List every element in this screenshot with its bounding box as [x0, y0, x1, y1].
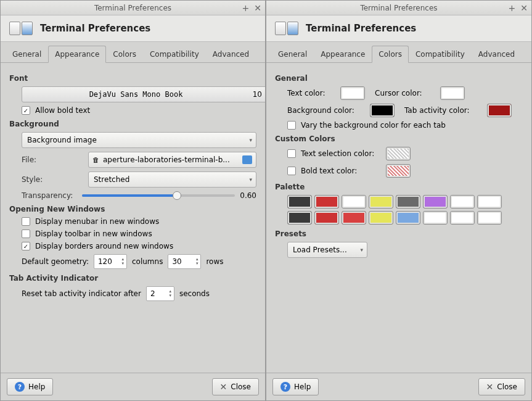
tab-compatibility[interactable]: Compatibility [143, 46, 206, 62]
reset-seconds-spin[interactable]: 2 [146, 286, 174, 301]
close-button[interactable]: ✕ Close [478, 378, 525, 395]
allow-bold-checkbox[interactable] [22, 106, 30, 115]
maximize-icon[interactable]: + [242, 4, 250, 12]
terminal-prefs-icon [9, 22, 33, 35]
load-presets-combo[interactable]: Load Presets... [287, 242, 367, 258]
palette-swatch-4[interactable] [396, 195, 420, 209]
tab-advanced[interactable]: Advanced [472, 46, 522, 62]
palette-swatch-7[interactable] [477, 195, 502, 209]
reset-label-pre: Reset tab activity indicator after [22, 289, 141, 298]
palette-swatch-9[interactable] [314, 211, 339, 225]
bold-text-swatch[interactable] [386, 164, 411, 178]
close-window-icon[interactable]: ✕ [520, 4, 528, 12]
palette-swatch-2[interactable] [342, 195, 366, 209]
presets-section-title: Presets [275, 229, 523, 238]
font-name: DejaVu Sans Mono Book [28, 90, 243, 99]
text-color-swatch[interactable] [340, 86, 365, 100]
toolbar-label: Display toolbar in new windows [35, 229, 152, 238]
cursor-color-swatch[interactable] [440, 86, 465, 100]
bold-text-checkbox[interactable] [287, 167, 296, 175]
transparency-label: Transparency: [22, 191, 77, 200]
menubar-label: Display menubar in new windows [35, 217, 159, 226]
palette-swatch-6[interactable] [450, 195, 475, 209]
tabs: General Appearance Colors Compatibility … [1, 46, 265, 63]
close-window-icon[interactable]: ✕ [254, 4, 261, 12]
close-button[interactable]: ✕ Close [212, 378, 259, 395]
palette-swatch-14[interactable] [450, 211, 475, 225]
columns-spin[interactable]: 120 [94, 254, 127, 269]
footer: ? Help ✕ Close [1, 373, 265, 400]
close-icon: ✕ [486, 382, 494, 392]
tab-appearance[interactable]: Appearance [48, 46, 106, 63]
background-section-title: Background [9, 120, 256, 128]
preferences-window-colors: Terminal Preferences + ✕ Terminal Prefer… [266, 0, 532, 401]
titlebar[interactable]: Terminal Preferences + ✕ [1, 1, 265, 15]
tab-colors[interactable]: Colors [372, 46, 409, 63]
background-file-name: aperture-laboratories-terminal-b... [103, 155, 239, 164]
help-icon: ? [280, 382, 290, 392]
folder-icon [242, 155, 252, 164]
reset-label-post: seconds [179, 289, 210, 298]
vary-bg-checkbox[interactable] [287, 121, 296, 130]
tabs: General Appearance Colors Compatibility … [266, 46, 531, 63]
tab-appearance[interactable]: Appearance [314, 46, 372, 62]
header-title: Terminal Preferences [40, 23, 150, 34]
opening-section-title: Opening New Windows [9, 205, 256, 213]
palette-swatch-11[interactable] [369, 211, 393, 225]
close-icon: ✕ [220, 382, 227, 392]
tab-activity-color-swatch[interactable] [487, 104, 512, 117]
colors-panel: General Text color: Cursor color: Backgr… [266, 63, 531, 373]
window-title: Terminal Preferences [360, 4, 437, 12]
cursor-color-label: Cursor color: [375, 89, 430, 97]
bg-color-swatch[interactable] [370, 104, 395, 117]
palette-swatch-3[interactable] [369, 195, 393, 209]
palette-swatch-13[interactable] [423, 211, 448, 225]
tab-general[interactable]: General [271, 46, 314, 62]
transparency-value: 0.60 [240, 191, 256, 200]
preferences-window-appearance: Terminal Preferences + ✕ Terminal Prefer… [0, 0, 266, 401]
help-button[interactable]: ? Help [272, 378, 319, 395]
header: Terminal Preferences [266, 15, 531, 42]
palette-grid [287, 195, 509, 225]
background-mode-combo[interactable]: Background image [22, 132, 256, 148]
titlebar[interactable]: Terminal Preferences + ✕ [266, 1, 531, 15]
background-style-combo[interactable]: Stretched [88, 172, 256, 188]
palette-swatch-0[interactable] [287, 195, 312, 209]
header-title: Terminal Preferences [306, 23, 416, 34]
tab-activity-section-title: Tab Activity Indicator [9, 274, 256, 283]
header: Terminal Preferences [1, 15, 265, 42]
tab-advanced[interactable]: Advanced [206, 46, 256, 62]
appearance-panel: Font DejaVu Sans Mono Book 10 Allow bold… [1, 63, 265, 373]
palette-swatch-5[interactable] [423, 195, 448, 209]
tab-activity-color-label: Tab activity color: [404, 106, 477, 115]
font-chooser-button[interactable]: DejaVu Sans Mono Book 10 [22, 86, 265, 102]
tab-colors[interactable]: Colors [106, 46, 143, 62]
menubar-checkbox[interactable] [22, 217, 30, 226]
palette-swatch-10[interactable] [342, 211, 366, 225]
geometry-label: Default geometry: [22, 257, 89, 266]
terminal-prefs-icon [275, 22, 298, 35]
transparency-slider[interactable] [82, 194, 235, 197]
vary-bg-label: Vary the background color for each tab [301, 121, 446, 130]
text-selection-swatch[interactable] [386, 147, 411, 160]
palette-swatch-12[interactable] [396, 211, 420, 225]
palette-section-title: Palette [275, 183, 523, 191]
maximize-icon[interactable]: + [509, 4, 516, 12]
file-icon: 🗑 [92, 156, 99, 164]
palette-swatch-15[interactable] [477, 211, 502, 225]
bold-text-label: Bold text color: [301, 167, 381, 175]
text-selection-checkbox[interactable] [287, 149, 296, 158]
help-button[interactable]: ? Help [7, 378, 53, 395]
toolbar-checkbox[interactable] [22, 229, 30, 238]
custom-colors-section-title: Custom Colors [275, 134, 523, 143]
palette-swatch-8[interactable] [287, 211, 312, 225]
tab-general[interactable]: General [6, 46, 48, 62]
window-title: Terminal Preferences [94, 4, 171, 12]
background-file-chooser[interactable]: 🗑 aperture-laboratories-terminal-b... [88, 152, 256, 168]
tab-compatibility[interactable]: Compatibility [409, 46, 472, 62]
help-icon: ? [15, 382, 25, 392]
palette-swatch-1[interactable] [314, 195, 339, 209]
borders-checkbox[interactable] [22, 242, 30, 250]
borders-label: Display borders around new windows [35, 242, 173, 250]
rows-spin[interactable]: 30 [168, 254, 201, 269]
